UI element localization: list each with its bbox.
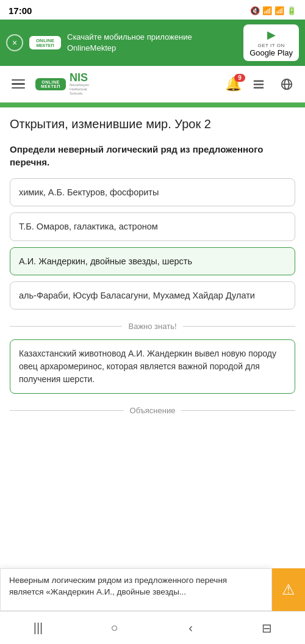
nav-recents-button[interactable]: ||| xyxy=(14,616,63,640)
menu-sys-icon: ⊟ xyxy=(262,621,272,635)
answer-option-1-text: химик, А.Б. Бектуров, фосфориты xyxy=(19,187,159,197)
important-info-box: Казахстанский животновод А.И. Жандеркин … xyxy=(10,339,295,394)
status-icons: 🔇 📶 📶 🔋 xyxy=(250,6,296,15)
hamburger-icon xyxy=(12,79,25,89)
question-text: Определи неверный логический ряд из пред… xyxy=(10,143,295,168)
svg-rect-1 xyxy=(254,84,264,85)
svg-rect-0 xyxy=(254,80,264,81)
list-icon xyxy=(252,78,265,91)
recents-icon: ||| xyxy=(34,621,43,635)
page-title: Открытия, изменившие мир. Урок 2 xyxy=(10,116,295,132)
google-play-big-label: Google Play xyxy=(249,48,293,57)
promo-close-button[interactable]: × xyxy=(6,34,23,51)
nis-logo: NIS Nazarbayev Intellectual Schools xyxy=(70,72,89,96)
google-play-icon: ▶ xyxy=(267,28,276,42)
nav-back-button[interactable]: ‹ xyxy=(167,616,215,640)
battery-icon: 🔋 xyxy=(287,6,296,15)
back-icon: ‹ xyxy=(188,621,193,635)
answer-option-4-text: аль-Фараби, Юсуф Баласагуни, Мухамед Хай… xyxy=(19,291,255,300)
important-info-text: Казахстанский животновод А.И. Жандеркин … xyxy=(19,349,276,384)
nav-logos: ONLINE МЕКТЕП NIS Nazarbayev Intellectua… xyxy=(35,72,219,96)
explanation-divider-line-left xyxy=(10,410,124,411)
list-view-button[interactable] xyxy=(248,73,270,95)
explanation-label: Объяснение xyxy=(130,406,176,415)
notification-badge: 9 xyxy=(234,74,245,82)
answer-option-4[interactable]: аль-Фараби, Юсуф Баласагуни, Мухамед Хай… xyxy=(10,281,295,309)
signal-icon: 📶 xyxy=(274,6,284,15)
online-mektep-logo: ONLINE МЕКТЕП xyxy=(35,78,66,90)
mute-icon: 🔇 xyxy=(250,6,260,15)
top-nav: ONLINE МЕКТЕП NIS Nazarbayev Intellectua… xyxy=(0,66,305,103)
bottom-notification: Неверным логическим рядом из предложенно… xyxy=(0,568,305,611)
google-play-small-label: GET IT ON xyxy=(257,43,284,48)
explanation-preview-text: Неверным логическим рядом из предложенно… xyxy=(0,568,272,611)
answer-option-3-text: А.И. Жандеркин, двойные звезды, шерсть xyxy=(19,256,192,266)
answer-option-3[interactable]: А.И. Жандеркин, двойные звезды, шерсть xyxy=(10,247,295,275)
promo-logo-line2: МЕКТЕП xyxy=(37,43,54,48)
important-label: Важно знать! xyxy=(128,322,176,331)
home-icon: ○ xyxy=(110,621,118,635)
globe-button[interactable] xyxy=(276,73,298,95)
promo-logo-line1: ONLINE xyxy=(36,38,54,43)
main-content: Открытия, изменившие мир. Урок 2 Определ… xyxy=(0,107,305,415)
close-icon: × xyxy=(12,38,17,48)
answer-option-1[interactable]: химик, А.Б. Бектуров, фосфориты xyxy=(10,178,295,206)
promo-banner: × ONLINE МЕКТЕП Скачайте мобильное прило… xyxy=(0,20,305,66)
google-play-button[interactable]: ▶ GET IT ON Google Play xyxy=(243,24,299,61)
nav-menu-sys-button[interactable]: ⊟ xyxy=(243,616,292,640)
promo-text: Скачайте мобильное приложение OnlineMekt… xyxy=(67,32,237,54)
accent-bar xyxy=(0,103,305,107)
important-divider: Важно знать! xyxy=(10,322,295,331)
answer-option-2-text: Т.Б. Омаров, галактика, астроном xyxy=(19,222,158,231)
warning-icon-box: ⚠ xyxy=(272,568,305,611)
svg-rect-2 xyxy=(254,87,264,88)
divider-line-left xyxy=(10,326,122,327)
nav-home-button[interactable]: ○ xyxy=(90,616,139,640)
notification-bell[interactable]: 🔔 9 xyxy=(225,76,242,92)
promo-logo: ONLINE МЕКТЕП xyxy=(29,36,61,49)
status-bar: 17:00 🔇 📶 📶 🔋 xyxy=(0,0,305,20)
warning-icon: ⚠ xyxy=(282,581,295,598)
explanation-divider-line-right xyxy=(181,410,295,411)
status-time: 17:00 xyxy=(9,5,32,16)
wifi-icon: 📶 xyxy=(262,6,272,15)
explanation-divider: Объяснение xyxy=(10,406,295,415)
globe-icon xyxy=(280,78,293,91)
divider-line-right xyxy=(183,326,295,327)
answer-option-2[interactable]: Т.Б. Омаров, галактика, астроном xyxy=(10,212,295,241)
menu-button[interactable] xyxy=(7,73,29,95)
system-nav-bar: ||| ○ ‹ ⊟ xyxy=(0,611,305,644)
